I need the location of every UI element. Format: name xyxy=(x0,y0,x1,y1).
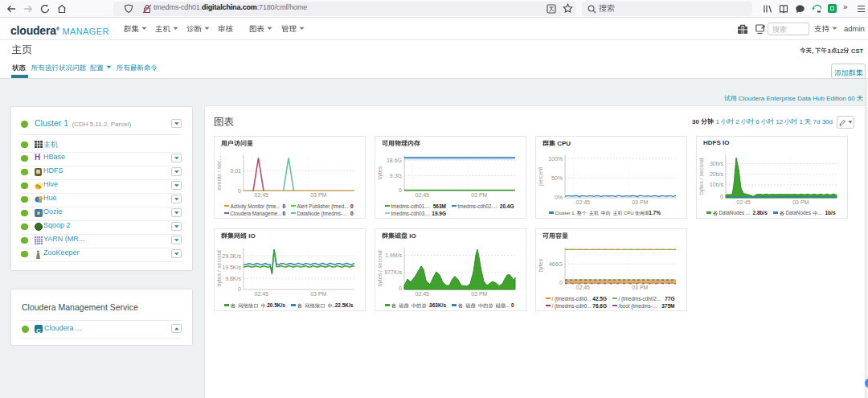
svg-text:02:45: 02:45 xyxy=(576,199,591,205)
svg-text:events / sec...: events / sec... xyxy=(216,156,222,191)
svg-text:02:45: 02:45 xyxy=(737,199,751,205)
svg-text:03 PM: 03 PM xyxy=(471,291,487,297)
svg-text:30b/s: 30b/s xyxy=(710,161,724,166)
svg-text:bytes: bytes xyxy=(538,258,544,272)
svg-text:02:45: 02:45 xyxy=(576,285,591,290)
svg-text:0: 0 xyxy=(238,286,241,292)
svg-text:100%: 100% xyxy=(548,156,563,162)
svg-text:02:45: 02:45 xyxy=(255,192,269,198)
svg-text:03 PM: 03 PM xyxy=(310,291,326,297)
svg-text:03 PM: 03 PM xyxy=(632,285,648,290)
svg-text:0: 0 xyxy=(559,280,563,285)
svg-text:10b/s: 10b/s xyxy=(710,182,724,187)
svg-text:29.3K/s: 29.3K/s xyxy=(222,253,241,259)
svg-text:0: 0 xyxy=(399,285,402,291)
svg-text:9.8K/s: 9.8K/s xyxy=(225,276,241,281)
svg-text:bytes / second: bytes / second xyxy=(698,158,705,195)
svg-text:bytes: bytes xyxy=(377,166,383,179)
svg-text:18.6G: 18.6G xyxy=(387,158,402,163)
svg-text:1.9M/s: 1.9M/s xyxy=(385,252,403,258)
svg-text:20b/s: 20b/s xyxy=(710,171,724,177)
svg-text:02:45: 02:45 xyxy=(416,192,430,198)
svg-text:0.01: 0.01 xyxy=(230,168,241,174)
svg-text:0: 0 xyxy=(399,187,402,193)
svg-text:03 PM: 03 PM xyxy=(632,199,648,205)
svg-text:0: 0 xyxy=(720,194,723,199)
svg-text:977K/s: 977K/s xyxy=(384,269,402,275)
svg-text:bytes / second: bytes / second xyxy=(377,250,383,286)
svg-text:50%: 50% xyxy=(551,175,563,181)
svg-text:03 PM: 03 PM xyxy=(792,199,809,205)
svg-text:02:45: 02:45 xyxy=(416,291,430,297)
svg-text:466G: 466G xyxy=(549,261,563,267)
svg-text:03 PM: 03 PM xyxy=(310,192,326,198)
svg-text:0: 0 xyxy=(238,188,241,194)
svg-text:03 PM: 03 PM xyxy=(471,192,487,198)
svg-text:02:45: 02:45 xyxy=(255,291,269,297)
svg-text:percent: percent xyxy=(538,167,544,186)
svg-text:9.3G: 9.3G xyxy=(390,173,402,178)
svg-text:0%: 0% xyxy=(555,195,563,200)
svg-text:19.5K/s: 19.5K/s xyxy=(222,265,241,270)
